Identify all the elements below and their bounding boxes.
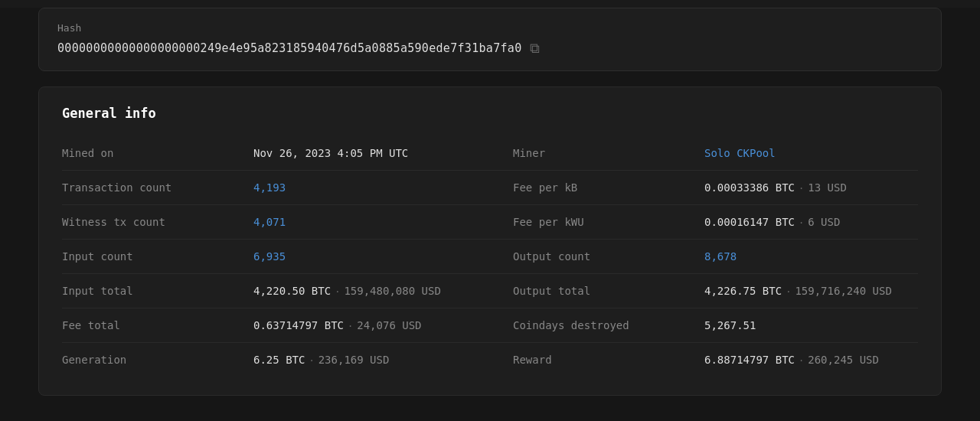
general-info-section: General info Mined onNov 26, 2023 4:05 P… [38, 86, 942, 396]
info-value-right: 5,267.51 [704, 319, 918, 331]
right-cell: Output total4,226.75 BTC·159,716,240 USD [490, 274, 918, 308]
pair-row: Witness tx count4,071Fee per kWU0.000161… [62, 205, 918, 240]
info-label: Input total [62, 285, 253, 297]
info-rows-container: Mined onNov 26, 2023 4:05 PM UTCMinerSol… [62, 136, 918, 377]
copy-icon[interactable]: ⧉ [530, 40, 540, 57]
info-value-right: 0.00016147 BTC·6 USD [704, 216, 918, 228]
right-cell: Reward6.88714797 BTC·260,245 USD [490, 343, 918, 377]
info-label: Mined on [62, 147, 253, 159]
info-value-right[interactable]: Solo CKPool [704, 147, 918, 159]
info-label: Output total [513, 285, 704, 297]
pair-row: Transaction count4,193Fee per kB0.000333… [62, 171, 918, 205]
info-value-right: 6.88714797 BTC·260,245 USD [704, 354, 918, 366]
page-wrapper: Hash 00000000000000000000249e4e95a823185… [0, 8, 980, 421]
left-cell: Transaction count4,193 [62, 171, 490, 204]
info-value-left[interactable]: 4,193 [253, 181, 490, 194]
right-cell: Fee per kWU0.00016147 BTC·6 USD [490, 205, 918, 239]
info-label: Generation [62, 354, 253, 366]
info-value-left[interactable]: 4,071 [253, 216, 490, 228]
right-cell: Coindays destroyed5,267.51 [490, 308, 918, 342]
info-label: Witness tx count [62, 216, 253, 228]
pair-row: Generation6.25 BTC·236,169 USDReward6.88… [62, 343, 918, 377]
info-value-right[interactable]: 8,678 [704, 250, 918, 263]
info-value-right: 4,226.75 BTC·159,716,240 USD [704, 285, 918, 297]
hash-label: Hash [57, 22, 923, 34]
pair-row: Input total4,220.50 BTC·159,480,080 USDO… [62, 274, 918, 308]
pair-row: Input count6,935Output count8,678 [62, 240, 918, 274]
info-label: Input count [62, 250, 253, 263]
right-cell: MinerSolo CKPool [490, 136, 918, 170]
hash-value: 00000000000000000000249e4e95a82318594047… [57, 41, 522, 55]
info-label: Transaction count [62, 181, 253, 194]
hash-section: Hash 00000000000000000000249e4e95a823185… [38, 8, 942, 71]
left-cell: Mined onNov 26, 2023 4:05 PM UTC [62, 136, 490, 170]
info-value-left: 0.63714797 BTC·24,076 USD [253, 319, 490, 331]
info-label: Output count [513, 250, 704, 263]
info-label: Reward [513, 354, 704, 366]
info-label: Fee per kWU [513, 216, 704, 228]
hash-value-row: 00000000000000000000249e4e95a82318594047… [57, 40, 923, 57]
pair-row: Fee total0.63714797 BTC·24,076 USDCoinda… [62, 308, 918, 343]
left-cell: Fee total0.63714797 BTC·24,076 USD [62, 308, 490, 342]
right-cell: Output count8,678 [490, 240, 918, 273]
left-cell: Generation6.25 BTC·236,169 USD [62, 343, 490, 377]
info-value-left: Nov 26, 2023 4:05 PM UTC [253, 147, 490, 159]
info-label: Fee total [62, 319, 253, 331]
info-value-left: 4,220.50 BTC·159,480,080 USD [253, 285, 490, 297]
pair-row: Mined onNov 26, 2023 4:05 PM UTCMinerSol… [62, 136, 918, 171]
left-cell: Input total4,220.50 BTC·159,480,080 USD [62, 274, 490, 308]
info-value-left: 6.25 BTC·236,169 USD [253, 354, 490, 366]
info-value-right: 0.00033386 BTC·13 USD [704, 181, 918, 194]
info-value-left[interactable]: 6,935 [253, 250, 490, 263]
right-cell: Fee per kB0.00033386 BTC·13 USD [490, 171, 918, 204]
left-cell: Witness tx count4,071 [62, 205, 490, 239]
info-label: Coindays destroyed [513, 319, 704, 331]
left-cell: Input count6,935 [62, 240, 490, 273]
info-label: Miner [513, 147, 704, 159]
info-label: Fee per kB [513, 181, 704, 194]
section-title: General info [62, 106, 918, 121]
